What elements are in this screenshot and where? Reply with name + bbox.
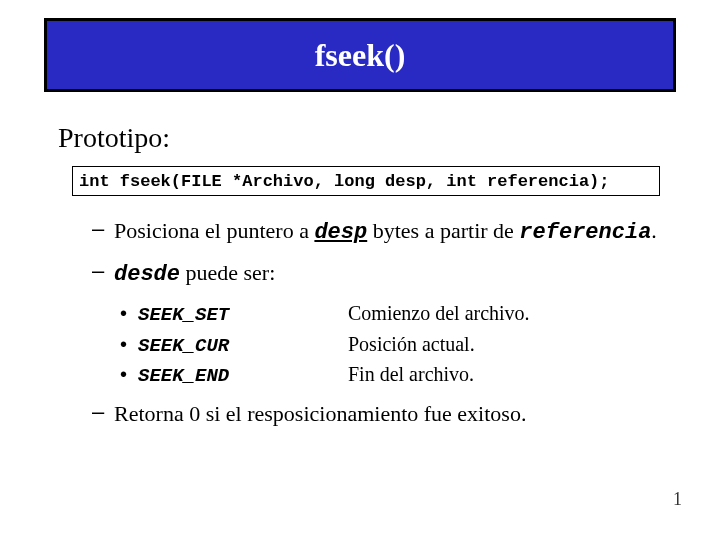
prototype-box: int fseek(FILE *Archivo, long desp, int …	[72, 166, 660, 196]
constant-row: • SEEK_END Fin del archivo.	[120, 360, 662, 391]
bullet-dot-icon: •	[120, 360, 138, 389]
constants-table: • SEEK_SET Comienzo del archivo. • SEEK_…	[120, 299, 662, 391]
constant-name: SEEK_CUR	[138, 333, 348, 361]
constant-desc: Fin del archivo.	[348, 360, 474, 389]
bullet-dot-icon: •	[120, 330, 138, 359]
keyword-desde: desde	[114, 262, 180, 287]
slide: fseek() Prototipo: int fseek(FILE *Archi…	[0, 0, 720, 540]
constant-name: SEEK_END	[138, 363, 348, 391]
bullet-text: desde puede ser:	[114, 258, 275, 290]
bullet-text: Posiciona el puntero a desp bytes a part…	[114, 216, 657, 248]
bullet-text: Retorna 0 si el resposicionamiento fue e…	[114, 399, 526, 429]
bullet-item: – Retorna 0 si el resposicionamiento fue…	[92, 399, 662, 429]
constant-desc: Posición actual.	[348, 330, 475, 359]
bullet-item: – desde puede ser:	[92, 258, 662, 290]
dash-icon: –	[92, 399, 114, 429]
text-fragment: bytes a partir de	[367, 218, 519, 243]
keyword-referencia: referencia	[519, 220, 651, 245]
slide-title: fseek()	[315, 37, 406, 74]
title-banner: fseek()	[44, 18, 676, 92]
bullet-item: – Posiciona el puntero a desp bytes a pa…	[92, 216, 662, 248]
text-fragment: .	[651, 218, 657, 243]
text-fragment: Posiciona el puntero a	[114, 218, 314, 243]
bullet-list: – Posiciona el puntero a desp bytes a pa…	[92, 216, 662, 439]
page-number: 1	[673, 489, 682, 510]
dash-icon: –	[92, 258, 114, 290]
prototype-code: int fseek(FILE *Archivo, long desp, int …	[79, 172, 610, 191]
constant-desc: Comienzo del archivo.	[348, 299, 530, 328]
constant-name: SEEK_SET	[138, 302, 348, 330]
dash-icon: –	[92, 216, 114, 248]
constant-row: • SEEK_CUR Posición actual.	[120, 330, 662, 361]
bullet-dot-icon: •	[120, 299, 138, 328]
section-heading: Prototipo:	[58, 122, 170, 154]
keyword-desp: desp	[314, 220, 367, 245]
constant-row: • SEEK_SET Comienzo del archivo.	[120, 299, 662, 330]
text-fragment: puede ser:	[180, 260, 275, 285]
